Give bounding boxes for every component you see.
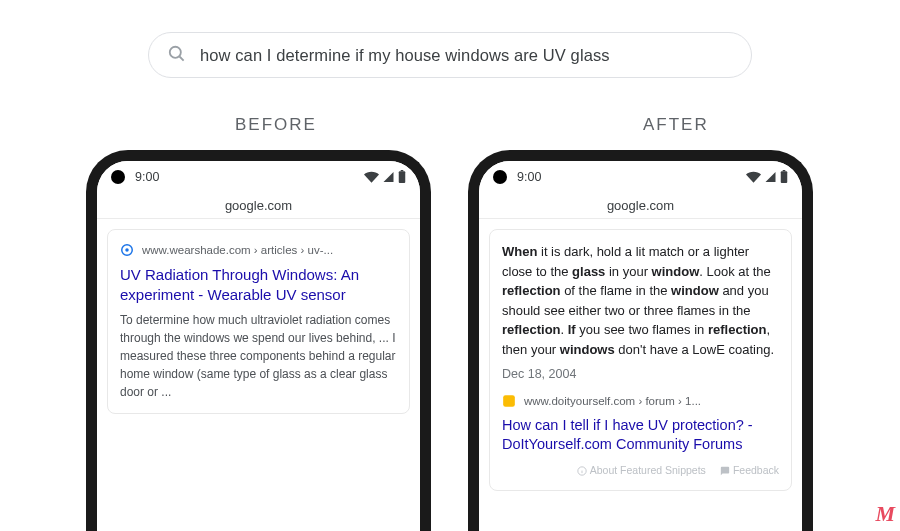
address-text: google.com [607,198,674,213]
battery-icon [398,170,406,183]
status-icons [746,170,788,183]
svg-rect-2 [399,171,406,183]
status-icons [364,170,406,183]
favicon-wearshade-icon [120,243,134,257]
label-before: BEFORE [235,115,317,135]
svg-rect-7 [783,170,786,171]
camera-hole-icon [493,170,507,184]
phone-mockup-before: 9:00 google.com www.wearshade.com › arti… [86,150,431,531]
svg-rect-8 [503,396,515,408]
featured-snippet-text: When it is dark, hold a lit match or a l… [502,242,779,359]
svg-point-5 [125,249,129,253]
watermark-logo: M [875,501,894,527]
signal-icon [382,171,395,183]
address-bar[interactable]: google.com [479,193,802,219]
about-featured-snippets-link[interactable]: About Featured Snippets [577,463,706,478]
wifi-icon [364,171,379,183]
result-snippet: To determine how much ultraviolet radiat… [120,311,397,401]
search-query-text: how can I determine if my house windows … [200,46,610,65]
breadcrumb: www.doityourself.com › forum › 1... [502,393,779,410]
result-title[interactable]: How can I tell if I have UV protection? … [502,416,779,455]
address-text: google.com [225,198,292,213]
address-bar[interactable]: google.com [97,193,420,219]
status-time: 9:00 [135,170,159,184]
info-icon [577,466,587,476]
phone-mockup-after: 9:00 google.com When it is dark, hold a … [468,150,813,531]
feedback-link[interactable]: Feedback [720,463,779,478]
breadcrumb-text: www.doityourself.com › forum › 1... [524,393,701,410]
label-after: AFTER [643,115,709,135]
snippet-footer: About Featured Snippets Feedback [502,463,779,478]
svg-rect-3 [401,170,404,171]
favicon-doityourself-icon [502,394,516,408]
signal-icon [764,171,777,183]
search-result-card-before[interactable]: www.wearshade.com › articles › uv-... UV… [107,229,410,414]
svg-point-0 [170,46,181,57]
breadcrumb-text: www.wearshade.com › articles › uv-... [142,242,333,259]
featured-snippet-card-after[interactable]: When it is dark, hold a lit match or a l… [489,229,792,491]
search-icon [167,44,186,67]
snippet-date: Dec 18, 2004 [502,367,576,381]
svg-line-1 [180,56,184,60]
wifi-icon [746,171,761,183]
breadcrumb: www.wearshade.com › articles › uv-... [120,242,397,259]
search-bar[interactable]: how can I determine if my house windows … [148,32,752,78]
status-time: 9:00 [517,170,541,184]
status-bar: 9:00 [97,161,420,193]
svg-rect-6 [781,171,788,183]
result-title[interactable]: UV Radiation Through Windows: An experim… [120,265,397,306]
camera-hole-icon [111,170,125,184]
feedback-icon [720,466,730,476]
battery-icon [780,170,788,183]
status-bar: 9:00 [479,161,802,193]
